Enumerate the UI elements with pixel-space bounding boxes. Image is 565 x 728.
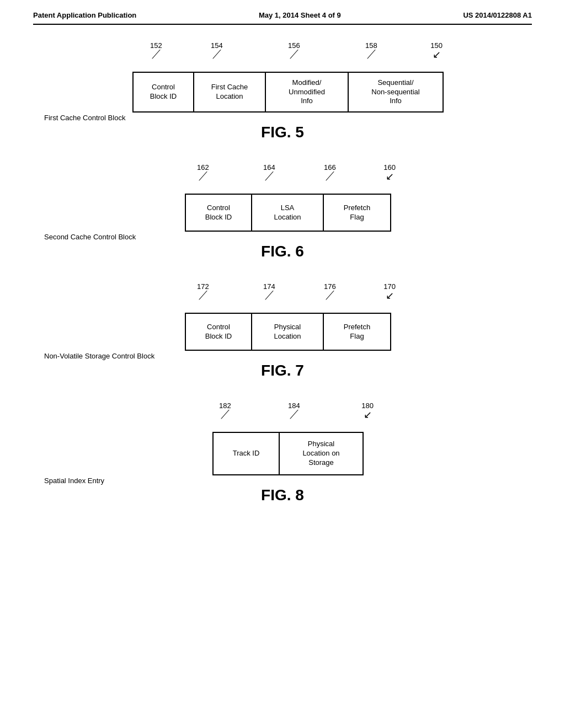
cell-lsa-location: LSALocation [252,195,324,231]
ref-166: 166 ╱ [324,163,336,180]
fig8-section: 180 ↙ 182 ╱ 184 ╱ Track ID PhysicalLocat… [33,402,532,504]
ref-154: 154 ╱ [211,41,223,58]
header-left: Patent Application Publication [33,11,136,19]
fig6-title: Second Cache Control Block [44,233,136,241]
ref-152: 152 ╱ [150,41,162,58]
cell-physical-location-on-storage: PhysicalLocation onStorage [280,433,363,474]
fig8-block: Track ID PhysicalLocation onStorage [212,432,364,475]
fig7-number: FIG. 7 [261,362,304,379]
fig5-caption: First Cache Control Block [44,113,125,122]
fig8-caption: Spatial Index Entry [44,475,104,485]
cell-prefetch-flag-176: PrefetchFlag [324,314,390,350]
fig6-block: ControlBlock ID LSALocation PrefetchFlag [185,194,391,232]
page-header: Patent Application Publication May 1, 20… [33,11,532,25]
header-right: US 2014/0122808 A1 [463,11,532,19]
ref-182: 182 ╱ [219,402,231,419]
cell-control-block-id-152: ControlBlock ID [134,73,194,111]
ref-160: 160 ↙ [383,163,396,183]
fig6-caption: Second Cache Control Block [44,232,136,242]
cell-modified-unmodified: Modified/UnmodifiedInfo [266,73,349,111]
fig5-section: 150 ↙ 152 ╱ 154 ╱ 156 ╱ 158 ╱ [33,41,532,141]
ref-156: 156 ╱ [288,41,300,58]
fig7-section: 170 ↙ 172 ╱ 174 ╱ 176 ╱ ControlBlock ID … [33,282,532,379]
ref-164: 164 ╱ [263,163,275,180]
fig7-block: ControlBlock ID PhysicalLocation Prefetc… [185,313,391,351]
cell-sequential-nonsequential: Sequential/Non-sequentialInfo [349,73,443,111]
ref-174: 174 ╱ [263,282,275,299]
fig6-number: FIG. 6 [261,243,304,260]
fig8-number: FIG. 8 [261,486,304,504]
ref-176: 176 ╱ [324,282,336,299]
cell-prefetch-flag-166: PrefetchFlag [324,195,390,231]
page: Patent Application Publication May 1, 20… [0,0,565,728]
fig5-title: First Cache Control Block [44,114,125,122]
fig8-title: Spatial Index Entry [44,477,104,485]
fig7-caption: Non-Volatile Storage Control Block [44,351,154,361]
cell-control-block-id-172: ControlBlock ID [186,314,252,350]
cell-track-id: Track ID [214,433,280,474]
fig6-section: 160 ↙ 162 ╱ 164 ╱ 166 ╱ ControlBlock ID … [33,163,532,260]
ref-150: 150 ↙ [430,41,443,61]
fig5-block: ControlBlock ID First CacheLocation Modi… [132,72,444,113]
fig7-title: Non-Volatile Storage Control Block [44,352,154,360]
ref-158: 158 ╱ [365,41,377,58]
cell-physical-location: PhysicalLocation [252,314,324,350]
cell-first-cache-location: First CacheLocation [194,73,266,111]
ref-184: 184 ╱ [288,402,300,419]
ref-170: 170 ↙ [383,282,396,302]
ref-172: 172 ╱ [197,282,209,299]
fig5-number: FIG. 5 [261,124,304,141]
header-center: May 1, 2014 Sheet 4 of 9 [259,11,341,19]
cell-control-block-id-162: ControlBlock ID [186,195,252,231]
ref-162: 162 ╱ [197,163,209,180]
ref-180: 180 ↙ [361,402,374,421]
